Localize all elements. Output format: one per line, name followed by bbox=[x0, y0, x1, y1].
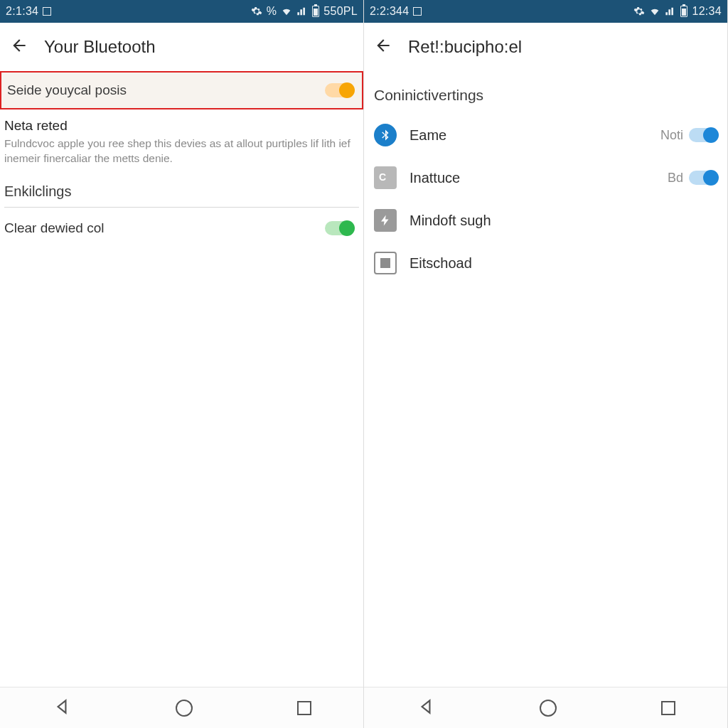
page-title: Your Bluetooth bbox=[44, 37, 156, 57]
list-item-trailing: Noti bbox=[660, 128, 717, 143]
gear-icon bbox=[633, 6, 645, 17]
app-bar: Ret!:bucipho:el bbox=[364, 23, 727, 71]
trailing-text: Noti bbox=[660, 128, 683, 143]
nav-recent-button[interactable] bbox=[661, 701, 675, 715]
nav-recent-button[interactable] bbox=[297, 701, 311, 715]
list-item-label: Inattuce bbox=[410, 170, 655, 186]
nav-back-button[interactable] bbox=[53, 697, 71, 719]
notification-icon bbox=[43, 7, 51, 16]
list-item-eame[interactable]: Eame Noti bbox=[364, 114, 727, 156]
status-right-text: 550PL bbox=[323, 5, 358, 18]
status-right-text: 12:34 bbox=[692, 5, 722, 18]
list-item-mindoft[interactable]: Mindoft sugh bbox=[364, 199, 727, 242]
bluetooth-main-toggle[interactable] bbox=[325, 83, 353, 97]
content-area: Coninictivertings Eame Noti C Inattuce B… bbox=[364, 71, 727, 687]
nav-home-button[interactable] bbox=[176, 700, 193, 717]
info-body: Fulndcvoc apple you ree shep this devies… bbox=[4, 136, 356, 166]
toggle-eame[interactable] bbox=[689, 128, 717, 142]
gear-icon bbox=[251, 6, 262, 17]
back-button[interactable] bbox=[374, 36, 392, 58]
nav-back-button[interactable] bbox=[417, 697, 435, 719]
list-item-label: Eitschoad bbox=[410, 255, 717, 272]
status-time: 2:2:344 bbox=[370, 5, 409, 18]
nav-home-button[interactable] bbox=[540, 700, 557, 717]
content-area: Seide youycal posis Neta reted Fulndcvoc… bbox=[0, 71, 363, 687]
back-arrow-icon bbox=[10, 36, 28, 55]
page-title: Ret!:bucipho:el bbox=[408, 37, 522, 57]
clear-toggle[interactable] bbox=[325, 221, 353, 235]
battery-icon bbox=[680, 6, 687, 17]
status-bar: 2:2:344 12:34 bbox=[364, 0, 727, 23]
square-icon bbox=[374, 252, 397, 274]
back-button[interactable] bbox=[10, 36, 28, 58]
trailing-text: Bd bbox=[668, 171, 683, 186]
bluetooth-main-toggle-row[interactable]: Seide youycal posis bbox=[0, 71, 363, 109]
left-pane: 2:1:34 % 550PL Your Bluetooth Seide youy… bbox=[0, 0, 364, 728]
nav-bar bbox=[364, 687, 727, 728]
section-header-connectivity: Coninictivertings bbox=[364, 71, 727, 114]
status-bar: 2:1:34 % 550PL bbox=[0, 0, 363, 23]
info-block: Neta reted Fulndcvoc apple you ree shep … bbox=[0, 109, 363, 171]
toggle-inattuce[interactable] bbox=[689, 171, 717, 185]
list-item-inattuce[interactable]: C Inattuce Bd bbox=[364, 156, 727, 199]
status-percent-icon: % bbox=[267, 5, 277, 18]
clear-toggle-row[interactable]: Clear dewied col bbox=[0, 208, 363, 249]
status-time: 2:1:34 bbox=[6, 5, 38, 18]
list-item-label: Mindoft sugh bbox=[410, 213, 717, 229]
bluetooth-main-toggle-label: Seide youycal posis bbox=[7, 82, 127, 98]
signal-icon bbox=[665, 6, 676, 17]
info-heading: Neta reted bbox=[4, 118, 356, 134]
nav-bar bbox=[0, 687, 363, 728]
wifi-icon bbox=[649, 6, 660, 17]
right-pane: 2:2:344 12:34 Ret!:bucipho:el Coninictiv… bbox=[364, 0, 728, 728]
list-item-label: Eame bbox=[410, 127, 648, 144]
back-arrow-icon bbox=[374, 36, 392, 55]
notification-icon bbox=[413, 7, 422, 16]
bluetooth-icon bbox=[374, 124, 397, 146]
battery-icon bbox=[312, 6, 319, 17]
clear-toggle-label: Clear dewied col bbox=[4, 220, 104, 236]
section-header-enkilclings: Enkilclings bbox=[0, 171, 363, 207]
bolt-icon bbox=[374, 209, 397, 232]
box-c-icon: C bbox=[374, 166, 397, 189]
nav-back-icon bbox=[53, 697, 71, 716]
wifi-icon bbox=[281, 6, 292, 17]
list-item-trailing: Bd bbox=[668, 171, 717, 186]
list-item-eitschoad[interactable]: Eitschoad bbox=[364, 242, 727, 284]
nav-back-icon bbox=[417, 697, 435, 716]
app-bar: Your Bluetooth bbox=[0, 23, 363, 71]
signal-icon bbox=[296, 6, 308, 17]
